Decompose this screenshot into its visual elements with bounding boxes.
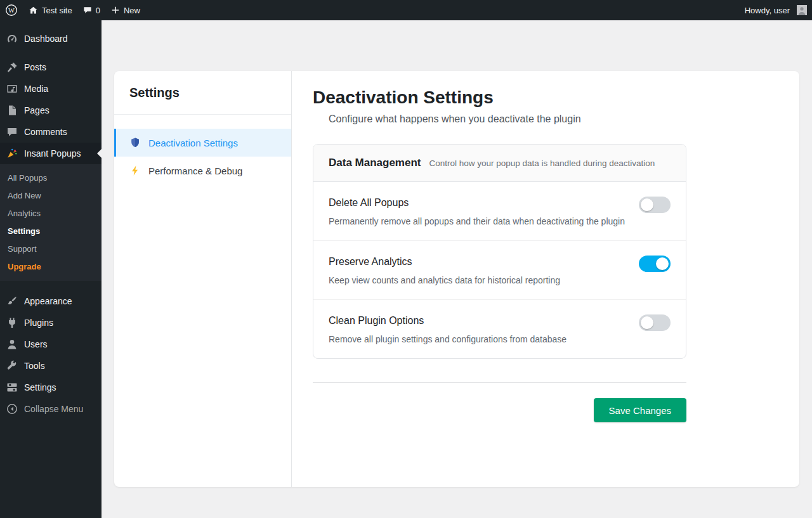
menu-separator <box>0 281 102 290</box>
plus-icon <box>110 5 121 15</box>
submenu-item-analytics[interactable]: Analytics <box>0 205 102 223</box>
howdy-text: Howdy, user <box>745 6 790 15</box>
sidebar-item-label: Comments <box>24 127 67 137</box>
setting-row-delete-all-popups: Delete All Popups Permanently remove all… <box>313 182 686 241</box>
wp-admin-bar: W Test site 0 New Howdy, user <box>0 0 812 20</box>
plugins-icon <box>6 316 18 329</box>
settings-panel-title: Settings <box>114 71 291 115</box>
sidebar-item-insant-popups[interactable]: Insant Popups <box>0 143 102 164</box>
admin-content-area: Settings Deactivation Settings Performan… <box>102 20 812 487</box>
comments-count-link[interactable]: 0 <box>77 0 105 20</box>
save-changes-button[interactable]: Save Changes <box>594 398 686 422</box>
page-title: Deactivation Settings <box>313 87 799 108</box>
sidebar-item-label: Media <box>24 84 48 94</box>
comments-count: 0 <box>96 6 100 15</box>
menu-separator <box>0 49 102 56</box>
plugin-settings-sidebar: Settings Deactivation Settings Performan… <box>114 71 292 487</box>
save-row: Save Changes <box>313 398 686 422</box>
setting-label: Preserve Analytics <box>329 256 671 268</box>
comment-bubble-icon <box>82 5 93 15</box>
data-management-card: Data Management Control how your popup d… <box>313 144 686 359</box>
user-avatar <box>797 5 807 15</box>
toggle-preserve-analytics[interactable] <box>639 256 671 272</box>
new-content-button[interactable]: New <box>105 0 145 20</box>
setting-description: Keep view counts and analytics data for … <box>329 275 671 285</box>
tab-deactivation-settings[interactable]: Deactivation Settings <box>114 129 291 157</box>
submenu-item-add-new[interactable]: Add New <box>0 187 102 205</box>
card-subtitle: Control how your popup data is handled d… <box>429 159 655 168</box>
page-subtitle: Configure what happens when you deactiva… <box>329 113 799 125</box>
sidebar-item-label: Plugins <box>24 318 53 328</box>
site-name-link[interactable]: Test site <box>23 0 77 20</box>
sidebar-item-label: Dashboard <box>24 34 68 44</box>
tab-performance-debug[interactable]: Performance & Debug <box>114 157 291 185</box>
shield-icon <box>129 137 141 148</box>
site-name-label: Test site <box>42 6 72 15</box>
sidebar-item-label: Appearance <box>24 296 72 306</box>
home-icon <box>28 5 39 16</box>
tools-icon <box>6 359 18 372</box>
sidebar-item-posts[interactable]: Posts <box>0 56 102 78</box>
tab-label: Deactivation Settings <box>148 138 238 148</box>
sidebar-item-appearance[interactable]: Appearance <box>0 290 102 312</box>
howdy-account-menu[interactable]: Howdy, user <box>740 0 812 20</box>
media-icon <box>6 82 18 95</box>
sidebar-item-media[interactable]: Media <box>0 78 102 100</box>
settings-icon <box>6 381 18 394</box>
setting-label: Delete All Popups <box>329 197 671 209</box>
card-title: Data Management <box>329 157 421 169</box>
setting-label: Clean Plugin Options <box>329 315 671 327</box>
wordpress-logo-button[interactable]: W <box>0 0 23 20</box>
pages-icon <box>6 104 18 117</box>
plugin-settings-container: Settings Deactivation Settings Performan… <box>114 71 799 487</box>
popup-plugin-icon <box>6 147 18 160</box>
submenu-item-support[interactable]: Support <box>0 240 102 258</box>
sidebar-item-label: Tools <box>24 361 45 371</box>
card-header: Data Management Control how your popup d… <box>313 145 686 182</box>
new-label: New <box>124 6 140 15</box>
sidebar-item-users[interactable]: Users <box>0 333 102 355</box>
users-icon <box>6 338 18 351</box>
appearance-icon <box>6 295 18 308</box>
sidebar-item-label: Collapse Menu <box>24 404 83 414</box>
dashboard-icon <box>6 32 18 45</box>
sidebar-item-dashboard[interactable]: Dashboard <box>0 28 102 49</box>
lightning-icon <box>129 165 141 176</box>
sidebar-item-label: Users <box>24 339 48 349</box>
sidebar-item-tools[interactable]: Tools <box>0 355 102 377</box>
comments-icon <box>6 126 18 138</box>
submenu-item-all-popups[interactable]: All Popups <box>0 169 102 187</box>
sidebar-item-label: Settings <box>24 382 56 392</box>
tab-label: Performance & Debug <box>148 165 242 176</box>
wordpress-logo-icon: W <box>5 4 18 16</box>
sidebar-item-label: Insant Popups <box>24 148 81 159</box>
pushpin-icon <box>6 61 18 74</box>
insant-popups-submenu: All Popups Add New Analytics Settings Su… <box>0 164 102 281</box>
sidebar-item-settings[interactable]: Settings <box>0 377 102 398</box>
sidebar-item-pages[interactable]: Pages <box>0 100 102 121</box>
svg-text:W: W <box>8 7 15 14</box>
setting-row-preserve-analytics: Preserve Analytics Keep view counts and … <box>313 241 686 300</box>
settings-nav-list: Deactivation Settings Performance & Debu… <box>114 115 291 185</box>
setting-description: Permanently remove all popups and their … <box>329 216 671 226</box>
collapse-icon <box>6 403 18 415</box>
toggle-clean-plugin-options[interactable] <box>639 314 671 331</box>
setting-row-clean-plugin-options: Clean Plugin Options Remove all plugin s… <box>313 300 686 358</box>
wp-admin-menu: Dashboard Posts Media Pages Comments Ins… <box>0 20 102 518</box>
current-menu-arrow <box>97 149 102 158</box>
sidebar-item-label: Posts <box>24 62 46 72</box>
collapse-menu-button[interactable]: Collapse Menu <box>0 398 102 420</box>
submenu-item-settings[interactable]: Settings <box>0 223 102 240</box>
submenu-item-upgrade[interactable]: Upgrade <box>0 258 102 276</box>
sidebar-item-plugins[interactable]: Plugins <box>0 312 102 333</box>
sidebar-item-label: Pages <box>24 105 49 115</box>
section-divider <box>313 382 686 383</box>
settings-main-panel: Deactivation Settings Configure what hap… <box>292 71 799 487</box>
setting-description: Remove all plugin settings and configura… <box>329 334 671 344</box>
sidebar-item-comments[interactable]: Comments <box>0 121 102 143</box>
toggle-delete-all-popups[interactable] <box>639 197 671 213</box>
